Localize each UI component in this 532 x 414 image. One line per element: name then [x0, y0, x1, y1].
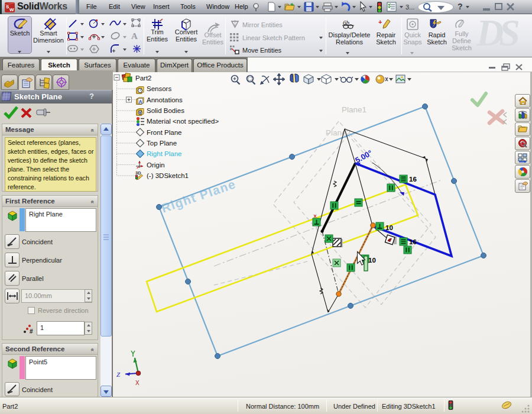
svg-text:(-) 3DSketch1: (-) 3DSketch1	[147, 172, 189, 179]
svg-text:Sensors: Sensors	[147, 85, 171, 92]
svg-text:Front Plane: Front Plane	[147, 129, 181, 136]
svg-text:Part2: Part2	[135, 75, 152, 82]
svg-text:Origin: Origin	[147, 161, 165, 169]
svg-text:Right Plane: Right Plane	[147, 150, 181, 157]
svg-text:W: W	[9, 7, 14, 12]
svg-text:Annotations: Annotations	[147, 96, 183, 104]
svg-text:Material <not specified>: Material <not specified>	[147, 118, 219, 125]
svg-text:+: +	[378, 18, 382, 25]
svg-text:#: #	[30, 328, 33, 334]
svg-text:A: A	[139, 99, 142, 105]
svg-text:Top Plane: Top Plane	[147, 140, 177, 147]
svg-text:Solid Bodies: Solid Bodies	[147, 107, 184, 114]
